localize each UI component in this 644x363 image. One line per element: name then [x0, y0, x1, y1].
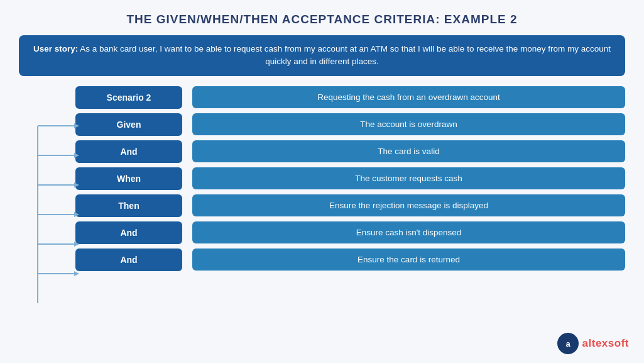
and1-desc: The card is valid	[192, 140, 625, 162]
when-label: When	[75, 167, 182, 190]
and3-row: And Ensure the card is returned	[19, 249, 625, 271]
rows-with-connectors: Given The account is overdrawn And The c…	[19, 113, 625, 271]
and1-label: And	[75, 140, 182, 163]
scenario-left-label: Scenario 2	[75, 86, 182, 109]
logo-text-dark: altex	[582, 337, 608, 349]
scenario-row: Scenario 2 Requesting the cash from an o…	[19, 86, 625, 109]
given-desc: The account is overdrawn	[192, 113, 625, 135]
given-row: Given The account is overdrawn	[19, 113, 625, 136]
and1-row: And The card is valid	[19, 140, 625, 163]
altexsoft-logo-svg: a	[561, 337, 575, 350]
user-story-label: User story:	[33, 44, 78, 53]
connector-lines-svg	[19, 113, 75, 271]
and3-desc: Ensure the card is returned	[192, 249, 625, 271]
svg-marker-12	[74, 271, 79, 276]
then-desc: Ensure the rejection message is displaye…	[192, 194, 625, 216]
and2-row: And Ensure cash isn't dispensed	[19, 221, 625, 244]
svg-text:a: a	[565, 339, 570, 349]
logo-area: a altexsoft	[557, 333, 629, 354]
logo-text: altexsoft	[582, 337, 629, 350]
logo-icon: a	[557, 333, 579, 354]
given-label: Given	[75, 113, 182, 136]
scenario-right-desc: Requesting the cash from an overdrawn ac…	[192, 86, 625, 108]
page: THE GIVEN/WHEN/THEN ACCEPTANCE CRITERIA:…	[0, 0, 644, 363]
and2-label: And	[75, 221, 182, 244]
when-desc: The customer requests cash	[192, 167, 625, 189]
user-story-box: User story: As a bank card user, I want …	[19, 35, 625, 76]
user-story-text: As a bank card user, I want to be able t…	[80, 44, 611, 66]
and3-label: And	[75, 249, 182, 271]
and2-desc: Ensure cash isn't dispensed	[192, 221, 625, 243]
then-label: Then	[75, 194, 182, 217]
when-row: When The customer requests cash	[19, 167, 625, 190]
logo-text-accent: soft	[608, 337, 629, 349]
then-row: Then Ensure the rejection message is dis…	[19, 194, 625, 217]
page-title: THE GIVEN/WHEN/THEN ACCEPTANCE CRITERIA:…	[19, 13, 625, 26]
